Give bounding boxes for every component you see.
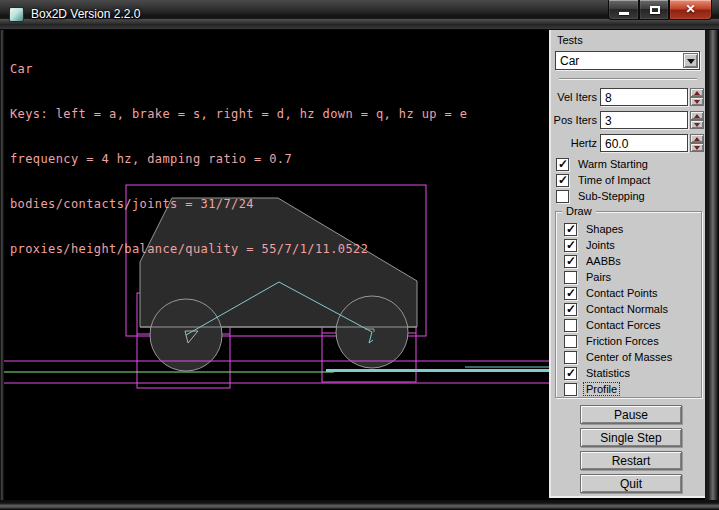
pos-iters-input[interactable]: 3 [600, 111, 688, 129]
window-title: Box2D Version 2.2.0 [31, 7, 140, 21]
stats-line: Car [10, 62, 467, 77]
test-selected-value: Car [560, 54, 579, 68]
caption-buttons: ✕ [608, 0, 712, 20]
checkbox-label: AABBs [586, 255, 621, 267]
dropdown-arrow-button[interactable] [683, 53, 698, 68]
arrow-up-icon [694, 137, 700, 141]
close-icon: ✕ [670, 2, 711, 16]
draw-group: Draw ✓Shapes ✓Joints ✓AABBs Pairs ✓Conta… [555, 211, 702, 398]
pos-iters-label: Pos Iters [551, 114, 597, 126]
single-step-button[interactable]: Single Step [580, 428, 682, 447]
arrow-up-icon [694, 114, 700, 118]
spinner-up-button[interactable] [690, 111, 704, 120]
pause-button[interactable]: Pause [580, 405, 682, 424]
checkbox-box[interactable] [564, 271, 577, 284]
test-select-dropdown[interactable]: Car [555, 51, 700, 70]
checkbox-label: Friction Forces [586, 335, 659, 347]
tests-label: Tests [557, 34, 583, 46]
maximize-button[interactable] [639, 0, 669, 20]
checkbox-box[interactable]: ✓ [556, 158, 569, 171]
bridge-segment [326, 369, 549, 372]
pos-iters-row: Pos Iters 3 [551, 111, 707, 131]
spinner-down-button[interactable] [690, 120, 704, 129]
restart-button[interactable]: Restart [580, 451, 682, 470]
check-icon: ✓ [566, 366, 576, 380]
vel-iters-spinner [690, 88, 704, 106]
arrow-down-icon [694, 146, 700, 150]
close-button[interactable]: ✕ [669, 0, 712, 20]
checkbox-label: Center of Masses [586, 351, 672, 363]
app-icon [9, 7, 24, 22]
stats-line: Keys: left = a, brake = s, right = d, hz… [10, 107, 467, 122]
pos-iters-spinner [690, 111, 704, 129]
checkbox-label: Warm Starting [578, 158, 648, 170]
checkbox-label: Time of Impact [578, 174, 650, 186]
spinner-down-button[interactable] [690, 97, 704, 106]
separator [559, 78, 697, 80]
checkbox-box[interactable] [564, 319, 577, 332]
checkbox-box[interactable]: ✓ [564, 303, 577, 316]
box2d-window: Box2D Version 2.2.0 ✕ [0, 0, 719, 510]
maximize-icon [650, 6, 660, 14]
simulation-canvas[interactable]: Car Keys: left = a, brake = s, right = d… [4, 30, 549, 500]
stats-line: frequency = 4 hz, damping ratio = 0.7 [10, 152, 467, 167]
chevron-down-icon [687, 59, 695, 64]
checkbox-box[interactable]: ✓ [556, 174, 569, 187]
check-icon: ✓ [566, 254, 576, 268]
debug-stats-text: Car Keys: left = a, brake = s, right = d… [10, 32, 467, 287]
arrow-up-icon [694, 91, 700, 95]
draw-group-title: Draw [562, 205, 596, 217]
checkbox-box[interactable]: ✓ [564, 223, 577, 236]
checkbox-box[interactable]: ✓ [564, 367, 577, 380]
checkbox-box[interactable]: ✓ [564, 239, 577, 252]
checkbox-box[interactable]: ✓ [564, 287, 577, 300]
window-border-bottom [0, 500, 719, 510]
checkbox-box[interactable] [564, 335, 577, 348]
checkbox-label: Sub-Stepping [578, 190, 645, 202]
spinner-up-button[interactable] [690, 88, 704, 97]
check-icon: ✓ [558, 157, 568, 171]
minimize-button[interactable] [608, 0, 639, 20]
control-panel: Tests Car Vel Iters 8 Pos Iters 3 [549, 30, 705, 498]
vel-iters-input[interactable]: 8 [600, 88, 688, 106]
spinner-down-button[interactable] [690, 143, 704, 152]
checkbox-label: Contact Points [586, 287, 658, 299]
check-icon: ✓ [566, 286, 576, 300]
arrow-down-icon [694, 100, 700, 104]
quit-button[interactable]: Quit [580, 474, 682, 493]
arrow-down-icon [694, 123, 700, 127]
checkbox-label: Profile [584, 383, 619, 395]
check-icon: ✓ [566, 238, 576, 252]
stats-line: proxies/height/balance/quality = 55/7/1/… [10, 242, 467, 257]
checkbox-label: Pairs [586, 271, 611, 283]
window-border-right [705, 30, 719, 500]
hertz-spinner [690, 134, 704, 152]
check-icon: ✓ [566, 302, 576, 316]
checkbox-label: Contact Normals [586, 303, 668, 315]
minimize-icon [619, 12, 629, 15]
check-icon: ✓ [558, 173, 568, 187]
hertz-input[interactable]: 60.0 [600, 134, 688, 152]
hertz-row: Hertz 60.0 [551, 134, 707, 154]
checkbox-box[interactable] [556, 190, 569, 203]
title-bar: Box2D Version 2.2.0 ✕ [0, 0, 719, 30]
checkbox-box[interactable] [564, 351, 577, 364]
checkbox-label: Statistics [586, 367, 630, 379]
checkbox-box[interactable]: ✓ [564, 255, 577, 268]
stats-line: bodies/contacts/joints = 31/7/24 [10, 197, 467, 212]
vel-iters-row: Vel Iters 8 [551, 88, 707, 108]
checkbox-label: Joints [586, 239, 615, 251]
hertz-label: Hertz [551, 137, 597, 149]
check-icon: ✓ [566, 222, 576, 236]
vel-iters-label: Vel Iters [551, 91, 597, 103]
checkbox-label: Shapes [586, 223, 623, 235]
checkbox-box[interactable] [564, 383, 577, 396]
checkbox-label: Contact Forces [586, 319, 661, 331]
spinner-up-button[interactable] [690, 134, 704, 143]
